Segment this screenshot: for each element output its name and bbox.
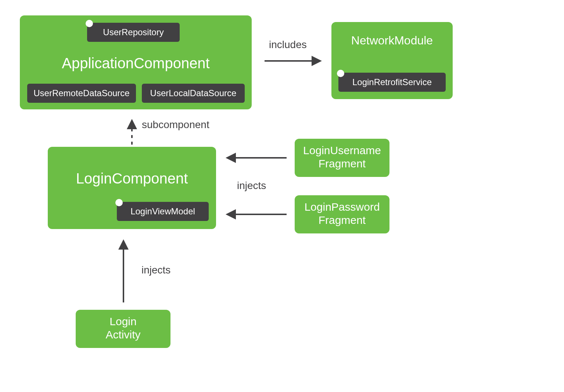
chip-user-repository: UserRepository: [87, 23, 180, 42]
diagram-canvas: UserRepository ApplicationComponent User…: [0, 0, 564, 392]
edge-label-subcomponent: subcomponent: [142, 119, 209, 131]
scope-dot-icon: [337, 70, 344, 77]
scope-dot-icon: [115, 199, 123, 206]
chip-user-remote-data-source: UserRemoteDataSource: [27, 84, 136, 103]
chip-login-retrofit-service: LoginRetrofitService: [338, 73, 446, 92]
chip-label: UserRemoteDataSource: [33, 88, 129, 98]
node-login-component: LoginComponent LoginViewModel: [48, 147, 216, 229]
node-title: LoginComponent: [48, 170, 216, 187]
chip-label: UserLocalDataSource: [150, 88, 237, 98]
node-application-component: UserRepository ApplicationComponent User…: [20, 15, 252, 109]
chip-label: LoginViewModel: [130, 206, 195, 217]
chip-login-view-model: LoginViewModel: [117, 202, 209, 221]
node-login-password-fragment: LoginPassword Fragment: [295, 195, 389, 233]
edge-label-includes: includes: [269, 39, 307, 51]
node-title: LoginUsername Fragment: [295, 144, 389, 170]
node-login-username-fragment: LoginUsername Fragment: [295, 139, 389, 177]
chip-user-local-data-source: UserLocalDataSource: [142, 84, 245, 103]
node-title: ApplicationComponent: [20, 55, 252, 72]
edge-label-injects-bottom: injects: [141, 264, 170, 276]
edge-label-injects-right: injects: [237, 180, 266, 192]
node-network-module: NetworkModule LoginRetrofitService: [331, 22, 453, 99]
node-title: NetworkModule: [331, 34, 453, 47]
node-login-activity: Login Activity: [76, 310, 170, 348]
node-title: LoginPassword Fragment: [295, 200, 389, 227]
chip-label: UserRepository: [103, 27, 164, 37]
scope-dot-icon: [86, 20, 93, 27]
chip-label: LoginRetrofitService: [352, 77, 432, 87]
node-title: Login Activity: [76, 315, 170, 341]
